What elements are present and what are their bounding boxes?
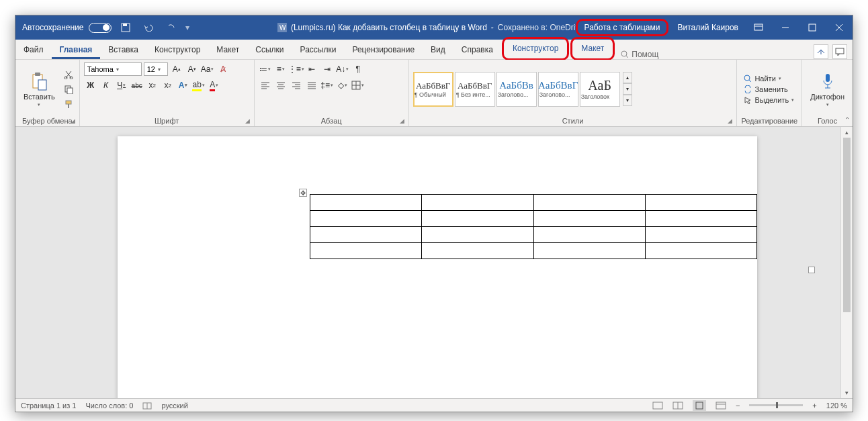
styles-launcher[interactable]: ◢: [728, 118, 732, 124]
table-cell[interactable]: [310, 211, 422, 227]
highlight-button[interactable]: ab: [192, 79, 206, 92]
web-layout-button[interactable]: [715, 402, 726, 410]
scroll-down-arrow[interactable]: ▾: [841, 387, 853, 398]
vertical-scrollbar[interactable]: ▴ ▾: [840, 127, 853, 398]
style-item[interactable]: АаБбВвГЗаголово...: [538, 72, 578, 107]
tab-help[interactable]: Справка: [453, 41, 501, 59]
show-marks-button[interactable]: ¶: [351, 62, 365, 76]
focus-mode-button[interactable]: [652, 402, 663, 410]
table-cell[interactable]: [422, 243, 533, 259]
table-cell[interactable]: [422, 195, 533, 211]
spellcheck-indicator[interactable]: [142, 401, 152, 410]
redo-icon[interactable]: [163, 18, 180, 37]
tab-design[interactable]: Конструктор: [146, 41, 208, 59]
tell-me-search[interactable]: Помощ: [615, 50, 664, 59]
zoom-slider[interactable]: [749, 404, 803, 406]
font-size-combo[interactable]: 12: [144, 62, 168, 76]
borders-button[interactable]: [351, 79, 365, 92]
read-mode-button[interactable]: [672, 402, 683, 410]
multilevel-button[interactable]: ⋮≡: [290, 62, 303, 76]
table-cell[interactable]: [533, 243, 645, 259]
page-indicator[interactable]: Страница 1 из 1: [21, 402, 76, 410]
select-button[interactable]: Выделить▾: [741, 95, 797, 105]
collapse-ribbon-button[interactable]: ⌃: [844, 116, 850, 124]
style-item[interactable]: АаБбВвГ¶ Обычный: [413, 72, 453, 107]
zoom-in-button[interactable]: +: [812, 402, 816, 410]
table-cell[interactable]: [645, 211, 756, 227]
scroll-thumb[interactable]: [843, 138, 851, 312]
paragraph-launcher[interactable]: ◢: [400, 118, 404, 124]
increase-indent-button[interactable]: ⇥: [320, 62, 334, 76]
strikethrough-button[interactable]: abc: [130, 79, 144, 92]
shading-button[interactable]: ◇: [336, 79, 349, 92]
bold-button[interactable]: Ж: [84, 79, 97, 92]
table-cell[interactable]: [645, 243, 756, 259]
language-indicator[interactable]: русский: [161, 402, 187, 410]
sort-button[interactable]: A↓: [336, 62, 349, 76]
autosave-toggle[interactable]: [89, 23, 112, 33]
tab-review[interactable]: Рецензирование: [344, 41, 423, 59]
text-effects-button[interactable]: A: [177, 79, 190, 92]
zoom-out-button[interactable]: −: [736, 402, 740, 410]
scroll-up-arrow[interactable]: ▴: [841, 127, 853, 138]
clear-formatting-button[interactable]: A̷: [216, 62, 230, 76]
table-cell[interactable]: [533, 211, 645, 227]
tab-home[interactable]: Главная: [52, 41, 101, 59]
word-count[interactable]: Число слов: 0: [85, 402, 133, 410]
save-icon[interactable]: [117, 18, 134, 37]
tab-table-layout[interactable]: Макет: [573, 40, 612, 58]
print-layout-button[interactable]: [693, 400, 706, 411]
table-cell[interactable]: [310, 227, 422, 243]
table-cell[interactable]: [533, 195, 645, 211]
font-color-button[interactable]: A: [208, 79, 221, 92]
document-area[interactable]: [15, 127, 840, 398]
replace-button[interactable]: Заменить: [741, 85, 797, 94]
paste-button[interactable]: Вставить ▾: [19, 71, 59, 107]
tab-mailings[interactable]: Рассылки: [292, 41, 345, 59]
change-case-button[interactable]: Aa: [201, 62, 214, 76]
ribbon-display-icon[interactable]: [745, 15, 772, 40]
grow-font-button[interactable]: A▴: [170, 62, 183, 76]
tab-table-design[interactable]: Конструктор: [505, 40, 566, 58]
align-center-button[interactable]: [274, 79, 288, 92]
styles-scroll-up[interactable]: ▴: [623, 72, 632, 83]
font-name-combo[interactable]: Tahoma: [84, 62, 142, 76]
minimize-button[interactable]: [772, 15, 799, 40]
align-right-button[interactable]: [290, 79, 303, 92]
style-item[interactable]: АаБбВвГ¶ Без инте...: [455, 72, 495, 107]
font-launcher[interactable]: ◢: [245, 118, 250, 124]
table-cell[interactable]: [533, 227, 645, 243]
italic-button[interactable]: К: [99, 79, 113, 92]
line-spacing-button[interactable]: ‡≡: [320, 79, 334, 92]
undo-icon[interactable]: [140, 18, 157, 37]
find-button[interactable]: Найти▾: [741, 74, 797, 83]
decrease-indent-button[interactable]: ⇤: [305, 62, 318, 76]
styles-more[interactable]: ▾: [623, 95, 632, 106]
underline-button[interactable]: Ч: [115, 79, 128, 92]
share-button[interactable]: [814, 44, 828, 59]
table-cell[interactable]: [310, 195, 422, 211]
superscript-button[interactable]: x2: [161, 79, 175, 92]
justify-button[interactable]: [305, 79, 318, 92]
align-left-button[interactable]: [259, 79, 272, 92]
style-item[interactable]: АаБбВвЗаголово...: [496, 72, 537, 107]
table-resize-handle[interactable]: [808, 267, 815, 273]
table-cell[interactable]: [645, 227, 756, 243]
tab-layout[interactable]: Макет: [208, 41, 247, 59]
maximize-button[interactable]: [799, 15, 826, 40]
numbering-button[interactable]: ≡: [274, 62, 288, 76]
styles-gallery[interactable]: АаБбВвГ¶ ОбычныйАаБбВвГ¶ Без инте...АаБб…: [413, 72, 620, 107]
tab-file[interactable]: Файл: [15, 41, 52, 59]
zoom-level[interactable]: 120 %: [826, 402, 847, 410]
clipboard-launcher[interactable]: ◢: [71, 118, 75, 124]
close-button[interactable]: [826, 15, 853, 40]
table-move-handle[interactable]: [299, 189, 307, 197]
table-cell[interactable]: [310, 243, 422, 259]
format-painter-button[interactable]: [62, 97, 75, 111]
styles-scroll-down[interactable]: ▾: [623, 83, 632, 95]
table-cell[interactable]: [645, 195, 756, 211]
bullets-button[interactable]: ≔: [259, 62, 272, 76]
user-name[interactable]: Виталий Каиров: [670, 23, 745, 32]
comments-button[interactable]: [832, 44, 847, 59]
tab-references[interactable]: Ссылки: [247, 41, 292, 59]
